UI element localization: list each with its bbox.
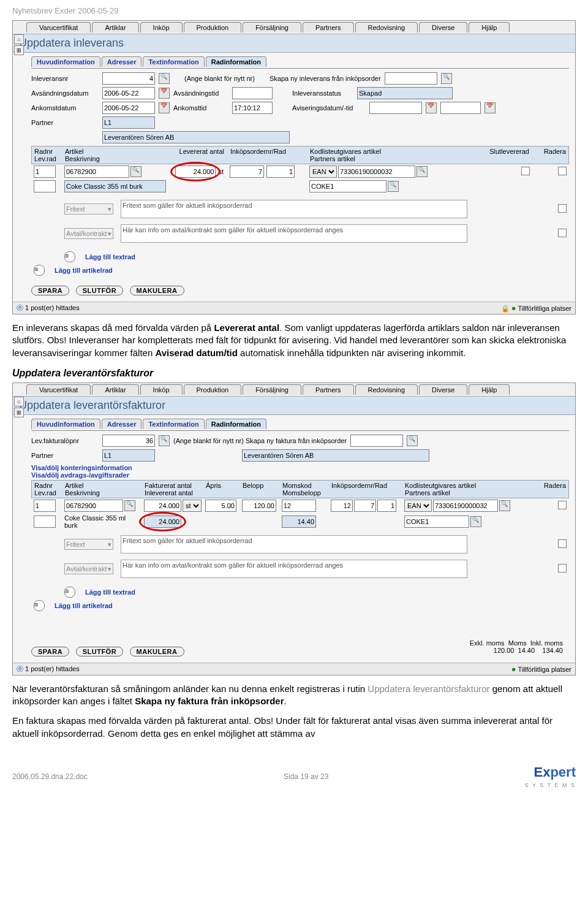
menu-varucertifikat[interactable]: Varucertifikat [26,22,91,32]
avtal-check[interactable] [558,229,567,237]
avtal-select[interactable]: Avtal/kontrakt ▾ [64,563,113,574]
menu-artiklar[interactable]: Artiklar [92,22,138,32]
apris-field[interactable] [205,500,236,512]
menu-hjalp[interactable]: Hjälp [469,22,510,32]
avtal-area[interactable]: Här kan info om avtal/kontrakt som gälle… [121,560,467,578]
add-icon[interactable]: ≡ [64,587,75,598]
ean-field[interactable] [433,500,498,512]
calendar-icon[interactable] [426,102,437,113]
spara-button[interactable]: SPARA [31,286,69,295]
avtal-check[interactable] [558,564,567,573]
fritext-select[interactable]: Fritext ▾ [64,204,113,215]
fritext-area[interactable]: Fritext som gäller för aktuell inköpsord… [121,200,467,218]
avtal-select[interactable]: Avtal/kontrakt ▾ [64,228,113,239]
ean-select[interactable]: EAN [309,166,337,178]
skapafaktura-field[interactable] [350,435,403,447]
search-icon[interactable] [159,435,170,446]
lagg-textrad[interactable]: Lägg till textrad [85,588,135,596]
menu-inkop[interactable]: Inköp [140,22,183,32]
avtal-area[interactable]: Här kan info om avtal/kontrakt som gälle… [121,224,467,243]
menu-diverse[interactable]: Diverse [419,22,467,32]
anktid-field[interactable] [232,102,273,114]
menu-produktion[interactable]: Produktion [184,384,242,395]
menu-produktion[interactable]: Produktion [184,22,242,32]
menu-partners[interactable]: Partners [303,384,354,395]
ordernr2-field[interactable] [354,500,376,512]
home-icon[interactable]: ⌂ [14,34,24,44]
menu-redovisning[interactable]: Redovisning [355,384,418,395]
levantal-field[interactable] [175,166,216,178]
levrad-field[interactable] [34,516,56,528]
lopnr-field[interactable] [102,435,155,447]
calendar-icon[interactable] [159,102,170,113]
ankdatum-field[interactable] [102,102,155,114]
kontering-link[interactable]: Visa/dölj konteringsinformation [31,464,569,471]
avsdatum-field[interactable] [102,87,155,99]
lagg-textrad[interactable]: Lägg till textrad [85,253,135,261]
search-icon[interactable] [130,166,141,177]
avisdatum-field[interactable] [369,102,422,114]
avistid-field[interactable] [440,102,481,114]
tab-huvud[interactable]: Huvudinformation [31,56,100,67]
calendar-icon[interactable] [159,88,170,99]
levrad-field[interactable] [34,180,56,192]
tab-adresser[interactable]: Adresser [102,419,142,429]
blocks-icon[interactable]: ⊞ [14,408,24,417]
search-icon[interactable] [499,500,510,511]
radnr-field[interactable] [34,500,56,512]
search-icon[interactable] [417,166,428,177]
tab-radinfo[interactable]: Radinformation [206,56,266,67]
search-icon[interactable] [407,435,418,446]
add-icon[interactable]: ≡ [34,265,45,276]
fritext-area[interactable]: Fritext som gäller för aktuell inköpsord… [121,535,467,554]
ean-select[interactable]: EAN [404,500,432,512]
skapany-field[interactable] [385,72,437,85]
radera-checkbox[interactable] [558,501,567,509]
lagg-artikelrad[interactable]: Lägg till artikelrad [55,602,113,609]
home-icon[interactable]: ⌂ [14,397,24,406]
menu-inkop[interactable]: Inköp [140,384,183,395]
faktantal-field[interactable] [144,500,181,512]
makulera-button[interactable]: MAKULERA [130,647,184,656]
makulera-button[interactable]: MAKULERA [130,286,184,295]
menu-forsaljning[interactable]: Försäljning [243,384,301,395]
search-icon[interactable] [470,516,481,527]
tab-huvud[interactable]: Huvudinformation [31,419,100,429]
menu-forsaljning[interactable]: Försäljning [243,22,301,32]
ean-field[interactable] [338,166,415,178]
search-icon[interactable] [388,181,399,192]
rad-field[interactable] [266,166,295,178]
calendar-icon[interactable] [484,102,496,113]
coke-field[interactable] [404,516,469,528]
artikel-field[interactable] [64,166,129,178]
menu-partners[interactable]: Partners [303,22,354,32]
fritext-check[interactable] [558,204,567,213]
search-icon[interactable] [441,73,452,84]
slutfor-button[interactable]: SLUTFÖR [76,647,123,656]
tab-adresser[interactable]: Adresser [102,56,142,67]
inlevnr-field[interactable] [102,72,155,85]
slutlev-checkbox[interactable] [521,167,530,175]
avstid-field[interactable] [232,87,273,99]
unit-select[interactable]: st [183,500,202,512]
menu-hjalp[interactable]: Hjälp [469,384,510,395]
add-icon[interactable]: ≡ [34,600,45,611]
spara-button[interactable]: SPARA [31,647,69,656]
tab-radinfo[interactable]: Radinformation [206,419,266,429]
fritext-check[interactable] [558,539,567,548]
momskod-field[interactable] [282,500,316,512]
radera-checkbox[interactable] [558,167,567,175]
radnr-field[interactable] [34,166,56,178]
rad-field[interactable] [377,500,396,512]
slutfor-button[interactable]: SLUTFÖR [76,286,123,295]
menu-artiklar[interactable]: Artiklar [92,384,138,395]
menu-redovisning[interactable]: Redovisning [355,22,418,32]
artikel-field[interactable] [64,500,123,512]
add-icon[interactable]: ≡ [64,251,75,262]
ordernr-field[interactable] [331,500,353,512]
menu-diverse[interactable]: Diverse [419,384,467,395]
ordernr-field[interactable] [230,166,264,178]
coke-field[interactable] [309,180,386,192]
tab-textinfo[interactable]: Textinformation [143,56,204,67]
belopp-field[interactable] [242,500,276,512]
